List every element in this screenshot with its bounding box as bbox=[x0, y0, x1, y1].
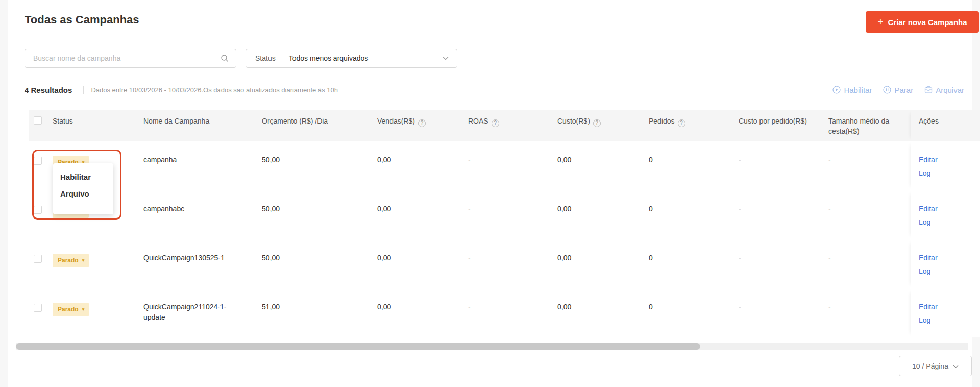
roas-value: - bbox=[468, 288, 557, 337]
budget-value: 50,00 bbox=[262, 141, 377, 190]
sales-value: 0,00 bbox=[377, 190, 468, 239]
table-row: Parado ▾ QuickCampaign130525-1 50,00 0,0… bbox=[29, 239, 980, 288]
help-icon[interactable]: ? bbox=[418, 119, 426, 127]
status-dropdown-item-habilitar[interactable]: Habilitar bbox=[53, 168, 113, 185]
horizontal-scrollbar-thumb[interactable] bbox=[16, 343, 700, 350]
page-size-select[interactable]: 10 / Página bbox=[899, 356, 972, 376]
bulk-archive-label: Arquivar bbox=[936, 86, 964, 94]
column-header-name: Nome da Campanha bbox=[143, 110, 262, 141]
plus-icon: + bbox=[877, 17, 883, 27]
chevron-down-icon bbox=[443, 56, 449, 60]
cost-value: 0,00 bbox=[557, 239, 649, 288]
column-header-cost-per-order: Custo por pedido(R$) bbox=[739, 110, 828, 141]
edit-link[interactable]: Editar bbox=[919, 204, 973, 214]
status-badge-label: Parado bbox=[58, 304, 79, 315]
campaign-name: QuickCampaign211024-1-update bbox=[143, 288, 262, 337]
status-badge[interactable]: Parado ▾ bbox=[53, 254, 89, 267]
orders-value: 0 bbox=[649, 288, 739, 337]
edit-link[interactable]: Editar bbox=[919, 302, 973, 312]
divider bbox=[83, 86, 84, 94]
basket-value: - bbox=[828, 190, 911, 239]
campaign-name: campanha bbox=[143, 141, 262, 190]
row-checkbox[interactable] bbox=[34, 255, 42, 263]
budget-value: 50,00 bbox=[262, 239, 377, 288]
table-header-row: Status Nome da Campanha Orçamento (R$) /… bbox=[29, 110, 980, 141]
column-header-cost: Custo(R$)? bbox=[557, 110, 649, 141]
column-header-sales: Vendas(R$)? bbox=[377, 110, 468, 141]
table-row: Parado ▾ QuickCampaign211024-1-update 51… bbox=[29, 288, 980, 337]
search-box bbox=[24, 49, 236, 68]
cost-value: 0,00 bbox=[557, 288, 649, 337]
edit-link[interactable]: Editar bbox=[919, 253, 973, 263]
select-all-checkbox[interactable] bbox=[34, 116, 42, 125]
cost-per-order-value: - bbox=[739, 190, 828, 239]
orders-value: 0 bbox=[649, 239, 739, 288]
archive-icon bbox=[924, 86, 933, 94]
edit-link[interactable]: Editar bbox=[919, 155, 973, 165]
status-filter-value: Todos menos arquivados bbox=[289, 54, 369, 62]
sales-value: 0,00 bbox=[377, 239, 468, 288]
orders-value: 0 bbox=[649, 141, 739, 190]
bulk-archive-button[interactable]: Arquivar bbox=[924, 86, 964, 94]
create-campaign-button[interactable]: + Criar nova Campanha bbox=[866, 11, 979, 33]
cost-per-order-value: - bbox=[739, 141, 828, 190]
results-info-text: Dados entre 10/03/2026 - 10/03/2026.Os d… bbox=[91, 86, 338, 94]
help-icon[interactable]: ? bbox=[678, 119, 685, 127]
bulk-enable-label: Habilitar bbox=[844, 86, 872, 94]
create-campaign-label: Criar nova Campanha bbox=[888, 18, 967, 27]
status-dropdown-item-arquivo[interactable]: Arquivo bbox=[53, 185, 113, 202]
bulk-enable-button[interactable]: Habilitar bbox=[832, 86, 872, 94]
status-filter-select[interactable]: Status Todos menos arquivados bbox=[246, 49, 457, 68]
chevron-down-icon bbox=[953, 365, 959, 368]
column-header-basket: Tamanho médio da cesta(R$) bbox=[828, 110, 911, 141]
campaign-name: campanhabc bbox=[143, 190, 262, 239]
bulk-stop-button[interactable]: Parar bbox=[883, 86, 913, 94]
row-checkbox[interactable] bbox=[34, 206, 42, 214]
search-icon[interactable] bbox=[220, 54, 229, 62]
column-header-actions: Ações bbox=[911, 110, 980, 141]
column-header-budget: Orçamento (R$) /Dia bbox=[262, 110, 377, 141]
roas-value: - bbox=[468, 239, 557, 288]
bulk-stop-label: Parar bbox=[894, 86, 913, 94]
results-line: 4 Resultados Dados entre 10/03/2026 - 10… bbox=[24, 84, 338, 95]
cost-per-order-value: - bbox=[739, 239, 828, 288]
status-filter-label: Status bbox=[255, 54, 276, 62]
row-checkbox[interactable] bbox=[34, 304, 42, 312]
caret-down-icon: ▾ bbox=[82, 307, 85, 312]
log-link[interactable]: Log bbox=[919, 266, 973, 276]
sales-value: 0,00 bbox=[377, 288, 468, 337]
bulk-actions: Habilitar Parar Arquivar bbox=[832, 84, 964, 96]
column-header-orders: Pedidos? bbox=[649, 110, 739, 141]
campaigns-card: Todas as Campanhas + Criar nova Campanha… bbox=[8, 0, 972, 387]
basket-value: - bbox=[828, 141, 911, 190]
results-count: 4 Resultados bbox=[24, 86, 72, 94]
basket-value: - bbox=[828, 239, 911, 288]
page-title: Todas as Campanhas bbox=[24, 13, 139, 27]
status-badge[interactable]: Parado ▾ bbox=[53, 303, 89, 316]
horizontal-scrollbar-track[interactable] bbox=[16, 343, 968, 350]
table-row: Parado ▾ campanhabc 50,00 0,00 - 0,00 0 … bbox=[29, 190, 980, 239]
log-link[interactable]: Log bbox=[919, 315, 973, 325]
cost-value: 0,00 bbox=[557, 190, 649, 239]
campaigns-table: Status Nome da Campanha Orçamento (R$) /… bbox=[29, 110, 980, 337]
roas-value: - bbox=[468, 190, 557, 239]
help-icon[interactable]: ? bbox=[593, 119, 601, 127]
sales-value: 0,00 bbox=[377, 141, 468, 190]
campaign-name: QuickCampaign130525-1 bbox=[143, 239, 262, 288]
log-link[interactable]: Log bbox=[919, 217, 973, 227]
status-dropdown-menu: Habilitar Arquivo bbox=[53, 163, 113, 214]
cost-per-order-value: - bbox=[739, 288, 828, 337]
caret-down-icon: ▾ bbox=[82, 258, 85, 263]
search-input[interactable] bbox=[25, 54, 220, 62]
basket-value: - bbox=[828, 288, 911, 337]
campaigns-page: Todas as Campanhas + Criar nova Campanha… bbox=[0, 0, 980, 387]
log-link[interactable]: Log bbox=[919, 168, 973, 178]
budget-value: 51,00 bbox=[262, 288, 377, 337]
pause-circle-icon bbox=[883, 86, 891, 94]
budget-value: 50,00 bbox=[262, 190, 377, 239]
play-circle-icon bbox=[832, 86, 841, 94]
roas-value: - bbox=[468, 141, 557, 190]
column-header-roas: ROAS? bbox=[468, 110, 557, 141]
row-checkbox[interactable] bbox=[34, 157, 42, 165]
help-icon[interactable]: ? bbox=[492, 119, 499, 127]
